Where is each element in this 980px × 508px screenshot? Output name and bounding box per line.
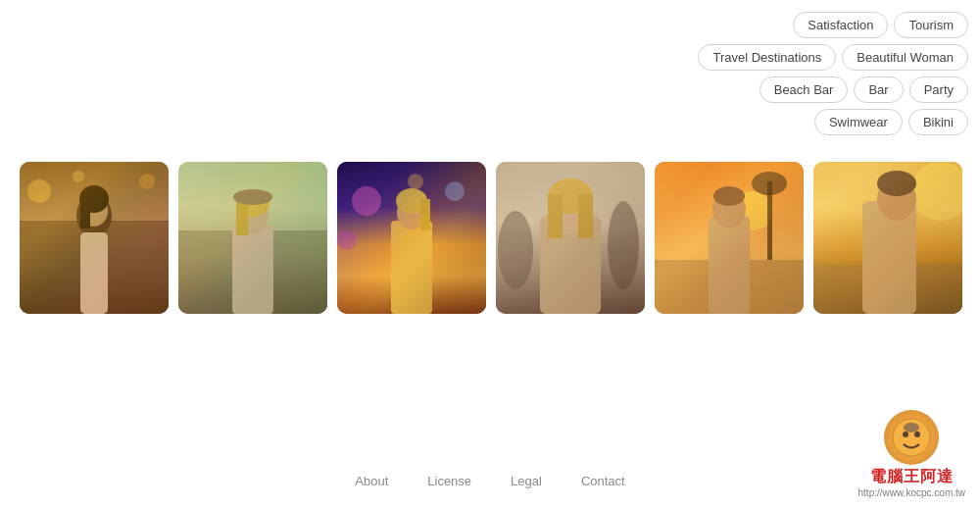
tags-row-1: Satisfaction Tourism [793, 12, 968, 38]
watermark-text-top: 電腦王阿達 [870, 467, 954, 487]
svg-point-18 [352, 186, 381, 216]
svg-rect-33 [578, 194, 593, 238]
svg-point-16 [233, 189, 272, 205]
svg-rect-15 [236, 201, 248, 235]
svg-rect-26 [496, 162, 645, 314]
svg-rect-29 [540, 216, 601, 314]
svg-point-49 [903, 432, 908, 437]
image-card-4[interactable] [496, 162, 645, 314]
svg-point-47 [877, 171, 916, 196]
svg-point-13 [237, 198, 269, 233]
footer: About License Legal Contact [0, 474, 980, 488]
svg-point-21 [337, 230, 357, 250]
svg-point-35 [733, 191, 772, 230]
image-card-6[interactable] [813, 162, 962, 314]
svg-point-38 [752, 172, 787, 195]
image-card-5[interactable] [655, 162, 804, 314]
tag-tourism[interactable]: Tourism [894, 12, 968, 38]
svg-point-40 [712, 190, 746, 228]
svg-rect-9 [80, 199, 90, 229]
svg-point-51 [904, 423, 919, 432]
footer-license[interactable]: License [427, 474, 471, 488]
svg-rect-12 [232, 226, 273, 314]
tags-row-2: Travel Destinations Beautiful Woman [698, 44, 968, 71]
images-section [20, 162, 960, 314]
svg-point-30 [549, 187, 592, 234]
tag-beach-bar[interactable]: Beach Bar [760, 76, 849, 103]
image-card-3[interactable] [337, 162, 486, 314]
footer-legal[interactable]: Legal [511, 474, 542, 488]
svg-rect-34 [655, 162, 804, 314]
tag-travel-destinations[interactable]: Travel Destinations [698, 44, 836, 71]
svg-point-27 [498, 211, 533, 289]
watermark: 電腦王阿達 http://www.kocpc.com.tw [858, 410, 965, 498]
svg-point-50 [914, 432, 920, 437]
svg-point-19 [445, 181, 465, 201]
footer-about[interactable]: About [355, 474, 388, 488]
svg-point-24 [396, 188, 427, 214]
svg-point-28 [608, 201, 639, 289]
footer-contact[interactable]: Contact [581, 474, 625, 488]
svg-point-1 [27, 179, 51, 203]
tag-swimwear[interactable]: Swimwear [814, 109, 903, 135]
svg-point-41 [713, 186, 745, 206]
tag-bar[interactable]: Bar [854, 76, 903, 103]
svg-point-5 [76, 194, 112, 237]
svg-point-23 [397, 196, 426, 229]
svg-point-3 [73, 171, 84, 182]
svg-point-46 [877, 178, 916, 221]
svg-rect-25 [420, 199, 430, 230]
main-container: Satisfaction Tourism Travel Destinations… [0, 0, 980, 508]
svg-point-2 [139, 174, 155, 189]
svg-rect-22 [391, 221, 432, 314]
svg-point-8 [79, 185, 109, 213]
svg-rect-44 [813, 265, 962, 314]
svg-rect-6 [80, 232, 108, 314]
watermark-icon [884, 410, 939, 465]
tag-party[interactable]: Party [909, 76, 968, 103]
image-card-1[interactable] [20, 162, 169, 314]
svg-rect-37 [767, 181, 772, 260]
svg-rect-4 [20, 221, 169, 314]
svg-rect-10 [178, 162, 327, 314]
tag-bikini[interactable]: Bikini [908, 109, 968, 135]
tag-satisfaction[interactable]: Satisfaction [793, 12, 888, 38]
svg-rect-32 [548, 194, 563, 238]
image-card-2[interactable] [178, 162, 327, 314]
svg-rect-42 [813, 162, 962, 314]
svg-rect-17 [337, 162, 486, 314]
svg-point-20 [408, 174, 423, 189]
tags-row-4: Swimwear Bikini [814, 109, 968, 135]
svg-point-43 [911, 162, 962, 221]
svg-point-14 [236, 189, 270, 217]
svg-rect-39 [709, 216, 750, 314]
svg-rect-11 [178, 230, 327, 314]
svg-rect-36 [655, 260, 804, 314]
tags-row-3: Beach Bar Bar Party [760, 76, 968, 103]
tags-section: Satisfaction Tourism Travel Destinations… [698, 12, 968, 135]
svg-rect-45 [862, 201, 916, 314]
tag-beautiful-woman[interactable]: Beautiful Woman [842, 44, 968, 71]
watermark-text-bottom: http://www.kocpc.com.tw [858, 487, 965, 498]
svg-rect-0 [20, 162, 169, 314]
svg-point-7 [80, 195, 108, 227]
svg-point-31 [548, 178, 593, 214]
